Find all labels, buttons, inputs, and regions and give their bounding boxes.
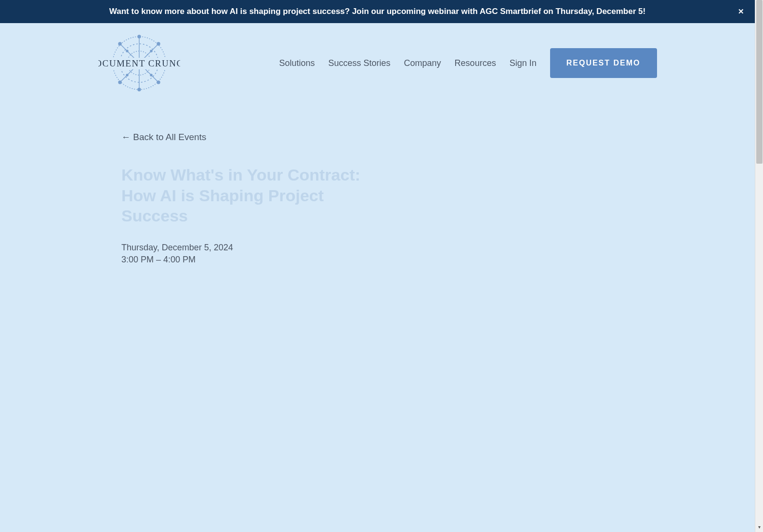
- svg-point-12: [157, 42, 160, 45]
- nav-solutions[interactable]: Solutions: [279, 58, 315, 68]
- event-title: Know What's in Your Contract: How AI is …: [121, 165, 372, 226]
- scrollbar-thumb[interactable]: [756, 0, 763, 164]
- brand-name: DOCUMENT CRUNCH: [98, 58, 180, 68]
- svg-point-16: [150, 50, 152, 52]
- request-demo-button[interactable]: REQUEST DEMO: [550, 48, 657, 78]
- announcement-text: Want to know more about how AI is shapin…: [109, 7, 645, 16]
- svg-point-13: [118, 81, 121, 84]
- main-nav: Solutions Success Stories Company Resour…: [279, 48, 657, 78]
- main-content: ← Back to All Events Know What's in Your…: [92, 103, 671, 265]
- vertical-scrollbar[interactable]: ▾: [755, 0, 763, 532]
- chevron-down-icon[interactable]: ▾: [755, 523, 763, 531]
- svg-point-7: [138, 35, 141, 38]
- announcement-bar[interactable]: Want to know more about how AI is shapin…: [0, 0, 755, 23]
- svg-point-15: [126, 50, 128, 52]
- svg-point-8: [138, 88, 141, 91]
- circuit-tree-icon: DOCUMENT CRUNCH: [98, 32, 180, 94]
- nav-success-stories[interactable]: Success Stories: [329, 58, 391, 68]
- svg-point-17: [126, 74, 128, 76]
- nav-company[interactable]: Company: [404, 58, 441, 68]
- nav-resources[interactable]: Resources: [455, 58, 496, 68]
- header-inner: DOCUMENT CRUNCH Solutions Success Storie…: [89, 32, 667, 94]
- site-header: DOCUMENT CRUNCH Solutions Success Storie…: [0, 23, 755, 103]
- back-to-events-link[interactable]: ← Back to All Events: [121, 132, 206, 143]
- brand-logo[interactable]: DOCUMENT CRUNCH: [98, 32, 180, 94]
- event-date: Thursday, December 5, 2024: [121, 243, 642, 253]
- svg-point-14: [157, 81, 160, 84]
- close-icon[interactable]: ✕: [738, 7, 744, 16]
- svg-point-18: [150, 74, 152, 76]
- svg-point-11: [118, 42, 121, 45]
- event-time: 3:00 PM – 4:00 PM: [121, 255, 642, 265]
- nav-sign-in[interactable]: Sign In: [510, 58, 537, 68]
